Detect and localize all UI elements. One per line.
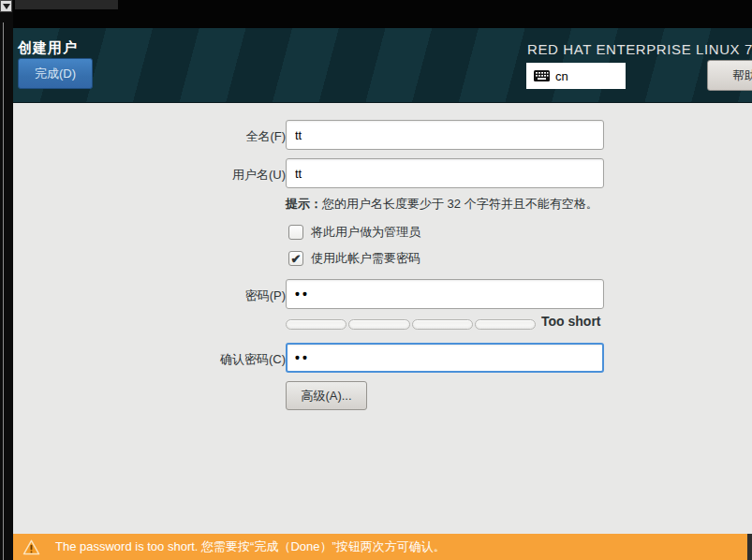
warning-status-bar: The password is too short. 您需要按“完成（Done）… (13, 534, 752, 560)
fullname-label: 全名(F) (89, 128, 286, 145)
make-admin-label: 将此用户做为管理员 (311, 224, 420, 241)
hint-text: 您的用户名长度要少于 32 个字符并且不能有空格。 (322, 197, 598, 211)
warning-message: The password is too short. 您需要按“完成（Done）… (55, 538, 446, 555)
frame-divider (3, 22, 4, 560)
warning-triangle-icon (22, 539, 40, 555)
keyboard-layout-code: cn (555, 69, 568, 83)
done-button[interactable]: 完成(D) (18, 58, 93, 89)
page-title: 创建用户 (18, 39, 78, 57)
scroll-arrow-icon[interactable] (0, 0, 12, 12)
fullname-input[interactable] (286, 120, 604, 150)
require-password-checkbox-row[interactable]: ✔ 使用此帐户需要密码 (288, 250, 420, 267)
header-banner: 创建用户 完成(D) RED HAT ENTERPRISE LINUX 7.6 … (13, 28, 752, 103)
help-button[interactable]: 帮助 (707, 60, 752, 91)
hint-prefix: 提示： (286, 197, 322, 211)
window-top-bar (13, 0, 752, 28)
create-user-form: 全名(F) 用户名(U) 提示：您的用户名长度要少于 32 个字符并且不能有空格… (13, 103, 752, 534)
window-left-frame (0, 0, 13, 560)
window-tab (15, 0, 118, 9)
require-password-label: 使用此帐户需要密码 (311, 250, 420, 267)
strength-segment (412, 319, 473, 330)
confirm-password-input[interactable] (286, 343, 604, 373)
advanced-button[interactable]: 高级(A)... (286, 381, 367, 410)
password-strength-text: Too short (541, 314, 601, 329)
strength-segment (286, 319, 347, 330)
username-label: 用户名(U) (89, 167, 286, 184)
username-hint: 提示：您的用户名长度要少于 32 个字符并且不能有空格。 (286, 196, 598, 213)
make-admin-checkbox-row[interactable]: 将此用户做为管理员 (288, 224, 420, 241)
keyboard-icon (534, 70, 550, 81)
strength-segment (475, 319, 536, 330)
confirm-password-label: 确认密码(C) (89, 351, 286, 368)
password-input[interactable] (286, 279, 604, 309)
product-title: RED HAT ENTERPRISE LINUX 7.6 安装 (527, 41, 752, 59)
username-input[interactable] (286, 158, 604, 188)
checkbox-checked-icon[interactable]: ✔ (288, 251, 303, 266)
installer-window: 创建用户 完成(D) RED HAT ENTERPRISE LINUX 7.6 … (0, 0, 752, 560)
keyboard-layout-indicator[interactable]: cn (526, 63, 626, 89)
window-right-edge (747, 534, 752, 560)
checkbox-unchecked-icon[interactable] (288, 225, 303, 240)
password-label: 密码(P) (89, 287, 286, 304)
strength-segment (348, 319, 409, 330)
password-strength-meter (286, 319, 536, 330)
